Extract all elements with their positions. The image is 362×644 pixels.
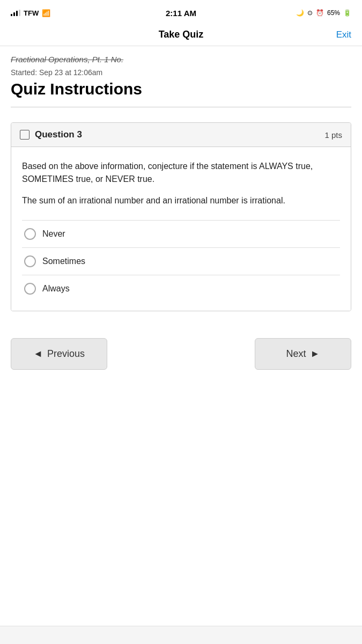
- option-sometimes-label: Sometimes: [42, 257, 85, 266]
- next-label: Next: [286, 348, 306, 360]
- radio-sometimes[interactable]: [24, 255, 36, 267]
- option-never[interactable]: Never: [22, 221, 340, 248]
- option-sometimes[interactable]: Sometimes: [22, 248, 340, 275]
- bottom-bar: [0, 626, 362, 644]
- option-never-label: Never: [42, 229, 65, 239]
- nav-buttons: ◄ Previous Next ►: [0, 327, 362, 386]
- options-list: Never Sometimes Always: [22, 220, 340, 302]
- moon-icon: 🌙: [296, 9, 304, 17]
- option-always[interactable]: Always: [22, 275, 340, 302]
- battery-icon: 🔋: [343, 9, 351, 17]
- previous-button[interactable]: ◄ Previous: [11, 338, 107, 370]
- exit-button[interactable]: Exit: [324, 30, 351, 40]
- nav-bar: Take Quiz Exit: [0, 24, 362, 46]
- status-left: TFW 📶: [11, 9, 50, 17]
- carrier-label: TFW: [24, 9, 39, 17]
- header-divider: [11, 107, 351, 107]
- previous-label: Previous: [47, 348, 85, 360]
- nav-title: Take Quiz: [38, 29, 324, 40]
- previous-arrow-icon: ◄: [33, 348, 43, 360]
- alarm-icon: ⏰: [316, 9, 324, 17]
- question-text: Based on the above information, conjectu…: [22, 160, 340, 186]
- question-body: Based on the above information, conjectu…: [11, 147, 351, 311]
- question-card: Question 3 1 pts Based on the above info…: [11, 122, 351, 311]
- quiz-title: Quiz Instructions: [11, 80, 351, 98]
- next-button[interactable]: Next ►: [255, 338, 351, 370]
- header-section: Fractional Operations, Pt. 1 No. Started…: [11, 46, 351, 122]
- wifi-icon: 📶: [42, 9, 50, 17]
- main-content: Fractional Operations, Pt. 1 No. Started…: [0, 46, 362, 311]
- question-header: Question 3 1 pts: [11, 123, 351, 147]
- signal-bars-icon: [11, 10, 20, 16]
- question-statement: The sum of an irrational number and an i…: [22, 194, 340, 207]
- question-header-left: Question 3: [20, 129, 82, 140]
- next-arrow-icon: ►: [311, 348, 320, 360]
- circle-icon: ⊙: [307, 9, 313, 17]
- truncated-title: Fractional Operations, Pt. 1 No.: [11, 55, 351, 64]
- battery-percent: 65%: [327, 9, 340, 17]
- question-checkbox-icon: [20, 130, 29, 140]
- status-right: 🌙 ⊙ ⏰ 65% 🔋: [296, 9, 351, 17]
- question-label: Question 3: [35, 129, 82, 140]
- radio-never[interactable]: [24, 228, 36, 240]
- status-bar: TFW 📶 2:11 AM 🌙 ⊙ ⏰ 65% 🔋: [0, 0, 362, 24]
- started-text: Started: Sep 23 at 12:06am: [11, 68, 351, 77]
- question-points: 1 pts: [324, 130, 342, 140]
- status-time: 2:11 AM: [166, 9, 196, 18]
- option-always-label: Always: [42, 284, 70, 294]
- radio-always[interactable]: [24, 283, 36, 295]
